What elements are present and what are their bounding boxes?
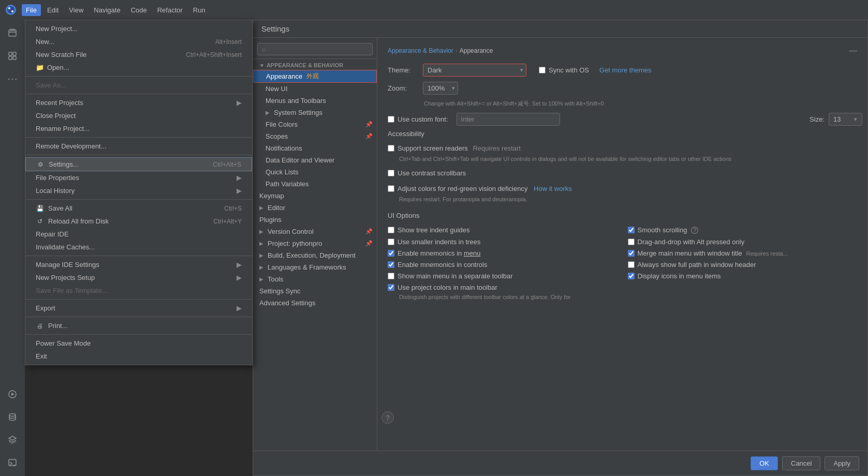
tree-item-quick-lists[interactable]: Quick Lists [253, 166, 377, 178]
tree-item-appearance[interactable]: Appearance 外观 [253, 70, 377, 83]
font-select[interactable]: Inter [457, 113, 560, 126]
mnemonics-menu-checkbox[interactable] [388, 250, 394, 257]
full-path-checkbox[interactable] [628, 261, 635, 268]
drag-drop-label[interactable]: Drag-and-drop with Alt pressed only [638, 237, 745, 247]
tree-item-settings-sync[interactable]: Settings Sync [253, 285, 377, 297]
tree-indent-label[interactable]: Show tree indent guides [398, 226, 469, 235]
tree-item-new-ui[interactable]: New UI [253, 83, 377, 95]
menu-item-local-history[interactable]: Local History ▶ [25, 184, 252, 197]
red-green-label[interactable]: Adjust colors for red-green vision defic… [398, 184, 572, 194]
tree-item-project[interactable]: ▶ Project: pythonpro 📌 [253, 237, 377, 249]
sync-os-checkbox[interactable] [539, 67, 546, 73]
breadcrumb-appearance-behavior[interactable]: Appearance & Behavior [388, 47, 453, 54]
menu-item-settings[interactable]: ⚙ Settings... Ctrl+Alt+S [25, 157, 252, 171]
menu-code[interactable]: Code [127, 4, 151, 16]
tree-group-appearance-behavior[interactable]: ▼ Appearance & Behavior [253, 59, 377, 70]
zoom-select[interactable]: 75% 100% 125% 150% 175% 200% [423, 82, 458, 95]
menu-item-invalidate[interactable]: Invalidate Caches... [25, 241, 252, 254]
tree-item-system-settings[interactable]: ▶ System Settings [253, 107, 377, 118]
menu-item-new-project[interactable]: New Project... [25, 22, 252, 35]
project-icon[interactable] [3, 24, 22, 42]
main-menu-toolbar-label[interactable]: Show main menu in a separate toolbar [398, 272, 513, 281]
apply-button[interactable]: Apply [825, 456, 859, 470]
mnemonics-controls-checkbox[interactable] [388, 261, 394, 268]
project-colors-checkbox[interactable] [388, 284, 394, 291]
tree-item-notifications[interactable]: Notifications [253, 142, 377, 154]
run-icon[interactable] [3, 385, 22, 404]
structure-icon[interactable] [3, 47, 22, 65]
tree-item-menus-toolbars[interactable]: Menus and Toolbars [253, 95, 377, 107]
ok-button[interactable]: OK [751, 456, 778, 470]
tree-item-tools[interactable]: ▶ Tools [253, 273, 377, 285]
menu-item-print[interactable]: 🖨 Print... [25, 319, 252, 332]
tree-item-languages[interactable]: ▶ Languages & Frameworks [253, 261, 377, 273]
menu-item-manage-ide[interactable]: Manage IDE Settings ▶ [25, 258, 252, 271]
tree-item-version-control[interactable]: ▶ Version Control 📌 [253, 226, 377, 237]
menu-item-export[interactable]: Export ▶ [25, 302, 252, 315]
menu-run[interactable]: Run [189, 4, 210, 16]
screen-readers-label[interactable]: Support screen readers Requires restart [398, 144, 521, 153]
how-it-works-link[interactable]: How it works [534, 185, 572, 192]
get-more-themes-link[interactable]: Get more themes [599, 66, 651, 74]
tree-item-path-variables[interactable]: Path Variables [253, 178, 377, 190]
menu-item-reload[interactable]: ↺ Reload All from Disk Ctrl+Alt+Y [25, 215, 252, 228]
menu-item-rename-project[interactable]: Rename Project... [25, 122, 252, 135]
menu-item-close-project[interactable]: Close Project [25, 109, 252, 122]
merge-menu-checkbox[interactable] [628, 250, 635, 257]
tree-item-editor[interactable]: ▶ Editor [253, 202, 377, 214]
mnemonics-controls-label[interactable]: Enable mnemonics in controls [398, 260, 487, 270]
display-icons-checkbox[interactable] [628, 273, 635, 279]
smooth-scrolling-checkbox[interactable] [628, 227, 635, 233]
project-colors-label[interactable]: Use project colors in main toolbar [398, 283, 497, 292]
menu-item-repair-ide[interactable]: Repair IDE [25, 228, 252, 241]
tree-item-advanced-settings[interactable]: Advanced Settings [253, 297, 377, 309]
menu-item-new[interactable]: New... Alt+Insert [25, 35, 252, 48]
smaller-indents-checkbox[interactable] [388, 239, 394, 245]
terminal-icon[interactable] [3, 453, 22, 472]
tree-item-plugins[interactable]: Plugins [253, 214, 377, 226]
theme-select[interactable]: Dark Light High Contrast Darcula [423, 64, 526, 77]
menu-view[interactable]: View [65, 4, 87, 16]
menu-refactor[interactable]: Refactor [153, 4, 187, 16]
menu-item-file-properties[interactable]: File Properties ▶ [25, 171, 252, 184]
mnemonics-menu-label[interactable]: Enable mnemonics in menu [398, 249, 480, 258]
custom-font-checkbox-label[interactable]: Use custom font: [388, 115, 448, 123]
size-select[interactable]: 13 12 14 16 [829, 113, 862, 126]
contrast-scrollbars-checkbox[interactable] [388, 170, 394, 176]
full-path-label[interactable]: Always show full path in window header [638, 260, 756, 270]
help-button[interactable]: ? [381, 411, 394, 424]
tree-item-file-colors[interactable]: File Colors 📌 [253, 118, 377, 130]
smooth-scrolling-label[interactable]: Smooth scrolling ? [638, 226, 699, 235]
tree-item-data-editor[interactable]: Data Editor and Viewer [253, 154, 377, 166]
tree-item-scopes[interactable]: Scopes 📌 [253, 130, 377, 142]
display-icons-label[interactable]: Display icons in menu items [638, 272, 721, 281]
tree-item-build[interactable]: ▶ Build, Execution, Deployment [253, 249, 377, 261]
more-icon[interactable]: ⋯ [3, 69, 22, 88]
menu-item-new-scratch[interactable]: New Scratch File Ctrl+Alt+Shift+Insert [25, 48, 252, 61]
main-menu-toolbar-checkbox[interactable] [388, 273, 394, 279]
layers-icon[interactable] [3, 430, 22, 449]
menu-item-power-save[interactable]: Power Save Mode [25, 337, 252, 350]
menu-item-open[interactable]: 📁 Open... [25, 61, 252, 74]
drag-drop-checkbox[interactable] [628, 239, 635, 245]
smaller-indents-label[interactable]: Use smaller indents in trees [398, 237, 480, 247]
menu-edit[interactable]: Edit [43, 4, 63, 16]
red-green-checkbox[interactable] [388, 185, 394, 192]
sync-os-label[interactable]: Sync with OS [539, 66, 589, 74]
menu-file[interactable]: File [22, 4, 41, 16]
menu-item-new-projects-setup[interactable]: New Projects Setup ▶ [25, 271, 252, 284]
custom-font-checkbox[interactable] [388, 116, 394, 123]
smooth-scrolling-help-icon[interactable]: ? [691, 227, 698, 234]
settings-search-input[interactable] [257, 43, 373, 55]
contrast-scrollbars-label[interactable]: Use contrast scrollbars [398, 169, 466, 178]
menu-item-save-all[interactable]: 💾 Save All Ctrl+S [25, 202, 252, 215]
database-icon[interactable] [3, 408, 22, 426]
cancel-button[interactable]: Cancel [782, 456, 820, 470]
menu-item-recent-projects[interactable]: Recent Projects ▶ [25, 96, 252, 109]
screen-readers-checkbox[interactable] [388, 145, 394, 152]
tree-item-keymap[interactable]: Keymap [253, 190, 377, 202]
breadcrumb-collapse[interactable]: — [849, 46, 857, 55]
menu-navigate[interactable]: Navigate [90, 4, 124, 16]
merge-menu-label[interactable]: Merge main menu with window title Requir… [638, 249, 788, 258]
menu-item-exit[interactable]: Exit [25, 350, 252, 363]
